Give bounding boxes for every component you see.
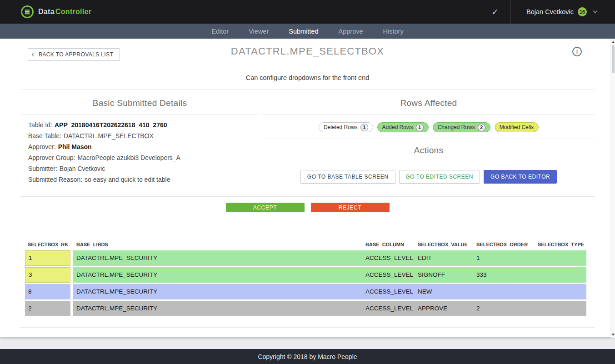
column-header-selectbox-type: SELECTBOX_TYPE bbox=[534, 242, 586, 247]
decision-buttons: ACCEPT REJECT bbox=[20, 197, 595, 212]
detail-value: APP_20180416T202622618_410_2760 bbox=[55, 121, 167, 129]
key-cell: 2 bbox=[25, 301, 70, 316]
page-description: Can configure dropdowns for the front en… bbox=[20, 74, 595, 82]
detail-row-approver-group: Approver Group:MacroPeople azukbi3 Devel… bbox=[28, 152, 259, 163]
deleted-rows-badge: Deleted Rows 1 bbox=[319, 122, 373, 132]
column-header-selectbox-value: SELECTBOX_VALUE bbox=[414, 242, 473, 247]
rows-affected-section: Rows Affected Deleted Rows 1 Added Rows … bbox=[263, 90, 595, 196]
cell-selectbox-order: 2 bbox=[473, 301, 534, 316]
badge-label: Added Rows bbox=[382, 124, 413, 130]
badge-label: Modified Cells bbox=[500, 124, 534, 130]
info-icon[interactable]: i bbox=[572, 47, 582, 56]
chevron-down-icon[interactable] bbox=[593, 9, 598, 13]
cell-base-libds: DATACTRL.MPE_SECURITY bbox=[73, 267, 362, 283]
table-row-cells: DATACTRL.MPE_SECURITY ACCESS_LEVEL EDIT … bbox=[73, 250, 586, 266]
actions-buttons: GO TO BASE TABLE SCREEN GO TO EDITED SCR… bbox=[263, 170, 595, 196]
section-heading-rows-affected: Rows Affected bbox=[263, 90, 595, 115]
brand[interactable]: DataController bbox=[21, 5, 91, 18]
cell-base-column: ACCESS_LEVEL bbox=[362, 267, 414, 283]
nav-tab-submitted[interactable]: Submitted bbox=[289, 28, 318, 35]
reject-button[interactable]: REJECT bbox=[311, 203, 390, 212]
user-name: Bojan Cvetkovic bbox=[526, 8, 574, 15]
brand-name: DataController bbox=[38, 8, 91, 16]
cell-selectbox-type bbox=[534, 267, 586, 283]
accept-button[interactable]: ACCEPT bbox=[226, 203, 305, 212]
section-heading-actions: Actions bbox=[263, 139, 595, 155]
brand-word-controller: Controller bbox=[55, 8, 91, 15]
header-right: ✓ Bojan Cvetkovic 16 bbox=[491, 0, 597, 24]
nav-tab-history[interactable]: History bbox=[383, 28, 404, 35]
scrollbar-down-arrow[interactable] bbox=[612, 334, 615, 336]
nav-tab-approve[interactable]: Approve bbox=[339, 28, 363, 35]
detail-row-table-id: Table Id:APP_20180416T202622618_410_2760 bbox=[28, 120, 259, 130]
detail-label: Table Id: bbox=[28, 121, 52, 129]
detail-label: Approver: bbox=[28, 143, 56, 150]
nav-tab-viewer[interactable]: Viewer bbox=[249, 28, 269, 35]
cell-selectbox-type bbox=[534, 250, 586, 266]
basic-submitted-details-section: Basic Submitted Details Table Id:APP_201… bbox=[20, 90, 259, 196]
cell-selectbox-value: APPROVE bbox=[414, 301, 473, 316]
badge-count: 1 bbox=[416, 124, 424, 131]
cell-base-column: ACCESS_LEVEL bbox=[362, 250, 414, 266]
go-to-base-table-button[interactable]: GO TO BASE TABLE SCREEN bbox=[300, 170, 395, 184]
cell-selectbox-value: SIGNOFF bbox=[414, 267, 473, 283]
app-logo-icon bbox=[21, 5, 34, 18]
table-row-cells: DATACTRL.MPE_SECURITY ACCESS_LEVEL NEW bbox=[73, 284, 586, 299]
table-row: 2 DATACTRL.MPE_SECURITY ACCESS_LEVEL APP… bbox=[25, 301, 586, 316]
details-and-rows-section: Basic Submitted Details Table Id:APP_201… bbox=[20, 90, 595, 197]
detail-value: MacroPeople azukbi3 Developers_A bbox=[78, 154, 180, 161]
go-to-edited-screen-button[interactable]: GO TO EDITED SCREEN bbox=[399, 170, 480, 184]
cell-selectbox-order: 333 bbox=[473, 267, 534, 283]
detail-row-approver: Approver:Phil Mason bbox=[28, 141, 259, 152]
detail-value: Phil Mason bbox=[58, 143, 92, 150]
scrollbar bbox=[610, 39, 615, 338]
detail-label: Base Table: bbox=[28, 132, 61, 140]
detail-row-submitter: Submitter:Bojan Cvetkovic bbox=[28, 163, 259, 174]
detail-value: so easy and quick to edit table bbox=[85, 176, 170, 183]
column-header-base-libds: BASE_LIBDS bbox=[73, 242, 362, 247]
scrollbar-thumb[interactable] bbox=[612, 45, 615, 73]
nav-tab-editor[interactable]: Editor bbox=[211, 28, 229, 35]
chevron-left-icon bbox=[32, 53, 35, 56]
changed-rows-badge: Changed Rows 2 bbox=[433, 122, 490, 132]
column-header-base-column: BASE_COLUMN bbox=[362, 242, 414, 247]
table-row: 1 DATACTRL.MPE_SECURITY ACCESS_LEVEL EDI… bbox=[25, 250, 586, 266]
detail-row-submitted-reason: Submitted Reason:so easy and quick to ed… bbox=[28, 174, 259, 185]
diff-table: SELECTBOX_RK BASE_LIBDS BASE_COLUMN SELE… bbox=[25, 239, 586, 316]
page-header: BACK TO APPROVALS LIST DATACTRL.MPE_SELE… bbox=[20, 39, 595, 74]
added-rows-badge: Added Rows 1 bbox=[377, 122, 429, 132]
cell-selectbox-type bbox=[534, 284, 586, 299]
table-row: 8 DATACTRL.MPE_SECURITY ACCESS_LEVEL NEW bbox=[25, 284, 586, 299]
badge-count: 2 bbox=[478, 124, 485, 131]
user-menu[interactable]: Bojan Cvetkovic 16 bbox=[511, 7, 597, 16]
key-cell-modified: 3 bbox=[25, 267, 70, 283]
table-row-cells: DATACTRL.MPE_SECURITY ACCESS_LEVEL SIGNO… bbox=[73, 267, 586, 283]
scrollbar-up-arrow[interactable] bbox=[612, 41, 615, 43]
badge-label: Changed Rows bbox=[438, 124, 475, 130]
cell-base-libds: DATACTRL.MPE_SECURITY bbox=[73, 284, 362, 299]
back-button-label: BACK TO APPROVALS LIST bbox=[39, 51, 113, 58]
top-header: DataController ✓ Bojan Cvetkovic 16 bbox=[0, 0, 615, 24]
table-row: 3 DATACTRL.MPE_SECURITY ACCESS_LEVEL SIG… bbox=[25, 267, 586, 283]
modified-cells-badge: Modified Cells bbox=[495, 122, 539, 132]
cell-selectbox-type bbox=[534, 301, 586, 316]
back-to-approvals-button[interactable]: BACK TO APPROVALS LIST bbox=[28, 48, 120, 61]
user-notification-badge: 16 bbox=[578, 7, 587, 16]
detail-value: DATACTRL.MPE_SELECTBOX bbox=[64, 132, 154, 140]
detail-row-base-table: Base Table:DATACTRL.MPE_SELECTBOX bbox=[28, 130, 259, 141]
table-header-row: SELECTBOX_RK BASE_LIBDS BASE_COLUMN SELE… bbox=[25, 239, 586, 250]
content-bottom-divider bbox=[20, 327, 595, 328]
footer: Copyright © 2018 by Macro People bbox=[0, 349, 615, 364]
badge-count: 1 bbox=[360, 124, 368, 131]
detail-label: Submitter: bbox=[28, 165, 57, 172]
brand-word-data: Data bbox=[38, 8, 55, 15]
detail-value: Bojan Cvetkovic bbox=[60, 165, 105, 172]
key-cell: 8 bbox=[25, 284, 70, 299]
cell-selectbox-value: EDIT bbox=[414, 250, 473, 266]
detail-label: Approver Group: bbox=[28, 154, 75, 161]
go-back-to-editor-button[interactable]: GO BACK TO EDITOR bbox=[484, 170, 557, 184]
cell-selectbox-order bbox=[473, 284, 534, 299]
main-content: BACK TO APPROVALS LIST DATACTRL.MPE_SELE… bbox=[0, 39, 615, 337]
section-heading-basic-details: Basic Submitted Details bbox=[20, 90, 259, 115]
check-icon: ✓ bbox=[491, 7, 499, 17]
